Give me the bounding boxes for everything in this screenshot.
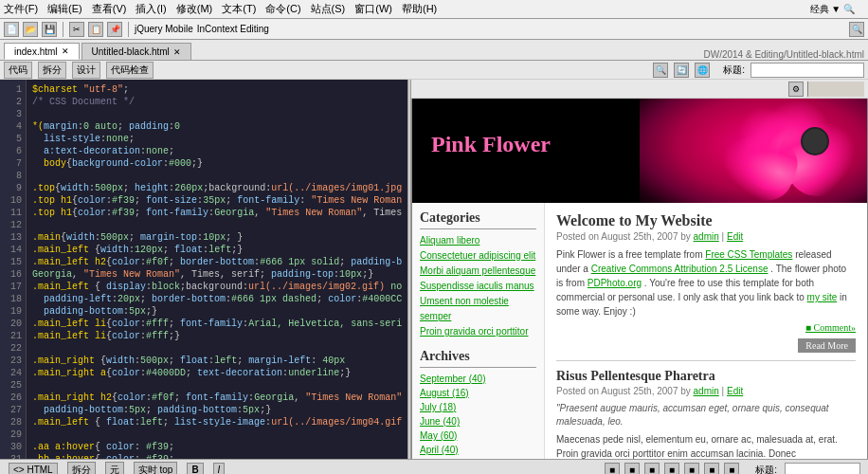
code-panel: 12345 678910 1112131415 1617181920 21222… (0, 80, 407, 459)
align-btn-3[interactable]: ■ (644, 463, 660, 474)
title-status-input[interactable] (785, 463, 860, 475)
design-view-btn[interactable]: 设计 (72, 62, 100, 79)
line-numbers: 12345 678910 1112131415 1617181920 21222… (0, 80, 27, 459)
meta-btn[interactable]: 元 (105, 462, 124, 475)
new-file-icon[interactable]: 📄 (4, 22, 19, 37)
second-post-meta: Posted on August 25th, 2007 by admin | E… (556, 386, 856, 396)
cat-link-4[interactable]: Suspendisse iaculis manus (420, 279, 536, 294)
preview-panel: ⚙ Pink Flo (411, 80, 868, 459)
menu-item-window[interactable]: 窗口(W) (354, 2, 392, 16)
align-btn-7[interactable]: ■ (724, 463, 739, 474)
post-date-text: Posted on August 25th, 2007 by (556, 231, 691, 242)
quote-text: "Praesent augue mauris, accumsan eget, o… (556, 402, 856, 428)
site-header: Pink Flower (412, 99, 867, 203)
cat-link-2[interactable]: Consectetuer adipiscing elit (420, 248, 536, 264)
archives-section: Archives September (40) August (16) July… (420, 349, 536, 457)
post-title: Welcome to My Website (556, 212, 856, 229)
menu-item-view[interactable]: 查看(V) (92, 2, 127, 16)
cc-license-link[interactable]: Creative Commons Attribution 2.5 License (591, 264, 769, 274)
title-status-label: 标题: (755, 464, 777, 475)
code-text[interactable]: $charset "utf-8"; /* CSS Document */ *(m… (27, 80, 407, 459)
tab-index-html[interactable]: index.html ✕ (4, 43, 80, 60)
title-label: 标题: (723, 64, 745, 77)
menu-item-command[interactable]: 命令(C) (265, 2, 300, 16)
save-icon[interactable]: 💾 (42, 22, 57, 37)
my-site-link[interactable]: my site (807, 292, 838, 302)
cat-link-1[interactable]: Aliquam libero (420, 233, 536, 248)
zoom-icon[interactable]: 🔍 (849, 22, 864, 37)
view-toolbar: 代码 拆分 设计 代码检查 🔍 🔄 🌐 标题: (0, 61, 868, 80)
preview-scrollbar[interactable] (807, 82, 864, 97)
menu-item-modify[interactable]: 修改(M) (176, 2, 213, 16)
menu-item-text[interactable]: 文本(T) (222, 2, 256, 16)
menu-item-help[interactable]: 帮助(H) (402, 2, 437, 16)
html-tag-btn[interactable]: <> HTML (9, 463, 58, 474)
menu-item-file[interactable]: 文件(F) (4, 2, 38, 16)
preview-content: Pink Flower Categories Aliquam libero Co… (411, 99, 868, 459)
inspect-icon[interactable]: 🔍 (653, 63, 668, 78)
tab-untitled[interactable]: Untitled-black.html ✕ (81, 43, 191, 60)
settings-icon[interactable]: ⚙ (788, 82, 804, 97)
main-layout: 12345 678910 1112131415 1617181920 21222… (0, 80, 868, 459)
site-body: Categories Aliquam libero Consectetuer a… (412, 203, 867, 459)
preview-toolbar: ⚙ (411, 80, 868, 99)
code-view-btn[interactable]: 代码 (4, 62, 32, 79)
cat-link-5[interactable]: Umsent non molestie semper (420, 294, 536, 324)
menu-item-insert[interactable]: 插入(I) (136, 2, 166, 16)
menu-item-edit[interactable]: 编辑(E) (47, 2, 82, 16)
second-author-link[interactable]: admin (694, 386, 719, 396)
archive-may[interactable]: May (60) (420, 428, 536, 443)
align-btn-1[interactable]: ■ (605, 463, 620, 474)
archive-august[interactable]: August (16) (420, 386, 536, 400)
post-body: Pink Flower is a free template from Free… (556, 247, 856, 319)
status-bar: <> HTML 拆分 元 实时 top B I ■ ■ ■ ■ ■ ■ ■ 标题… (0, 459, 868, 474)
align-btn-5[interactable]: ■ (684, 463, 699, 474)
window-controls[interactable]: 经典 ▼ 🔍 (810, 3, 855, 16)
tab-index-label: index.html (14, 46, 58, 57)
live-top-btn[interactable]: 实时 top (134, 462, 178, 475)
flower-area (640, 99, 867, 203)
pdphoto-link[interactable]: PDPhoto.org (588, 278, 642, 288)
second-edit-link[interactable]: Edit (727, 386, 743, 396)
comment-link[interactable]: ■ Comment» (556, 322, 856, 333)
tab-close-icon[interactable]: ✕ (62, 46, 69, 56)
post-author-link[interactable]: admin (694, 231, 719, 242)
refresh-icon[interactable]: 🔄 (674, 63, 689, 78)
archive-june[interactable]: June (40) (420, 414, 536, 428)
cat-link-6[interactable]: Proin gravida orci porttitor (420, 324, 536, 339)
open-file-icon[interactable]: 📂 (23, 22, 38, 37)
read-more-btn[interactable]: Read More (798, 338, 856, 353)
menu-bar: 文件(F) 编辑(E) 查看(V) 插入(I) 修改(M) 文本(T) 命令(C… (0, 0, 868, 19)
website-preview: Pink Flower Categories Aliquam libero Co… (412, 99, 867, 459)
post-edit-link[interactable]: Edit (727, 231, 743, 242)
tab-untitled-close-icon[interactable]: ✕ (173, 47, 181, 57)
bold-btn[interactable]: B (187, 463, 203, 474)
css-templates-link[interactable]: Free CSS Templates (705, 249, 792, 260)
archive-april[interactable]: April (40) (420, 443, 536, 457)
paste-icon[interactable]: 📌 (107, 22, 122, 37)
code-editor[interactable]: 12345 678910 1112131415 1617181920 21222… (0, 80, 407, 459)
align-btn-6[interactable]: ■ (704, 463, 719, 474)
second-post-body: Maecenas pede nisl, elementum eu, ornare… (556, 432, 856, 459)
format-controls: ■ ■ ■ ■ ■ ■ ■ (604, 463, 740, 474)
align-btn-4[interactable]: ■ (664, 463, 679, 474)
archive-july[interactable]: July (18) (420, 400, 536, 414)
site-sidebar: Categories Aliquam libero Consectetuer a… (412, 203, 545, 459)
split-btn[interactable]: 拆分 (67, 462, 96, 475)
italic-btn[interactable]: I (213, 463, 226, 474)
menu-item-site[interactable]: 站点(S) (311, 2, 346, 16)
tab-untitled-label: Untitled-black.html (92, 46, 170, 57)
jquery-mobile-label: jQuery Mobile (135, 24, 193, 34)
tab-bar: index.html ✕ Untitled-black.html ✕ DW/20… (0, 40, 868, 61)
cat-link-3[interactable]: Morbi aliquam pellentesque (420, 264, 536, 279)
split-view-btn[interactable]: 拆分 (38, 62, 66, 79)
file-path: DW/2014 & Editing/Untitled-black.html (703, 49, 864, 60)
title-input[interactable] (750, 63, 864, 78)
copy-icon[interactable]: 📋 (88, 22, 103, 37)
archive-september[interactable]: September (40) (420, 372, 536, 386)
cut-icon[interactable]: ✂ (69, 22, 84, 37)
align-btn-2[interactable]: ■ (624, 463, 640, 474)
inspect-view-btn[interactable]: 代码检查 (106, 62, 154, 79)
post-meta: Posted on August 25th, 2007 by admin | E… (556, 231, 856, 242)
browser-icon[interactable]: 🌐 (695, 63, 710, 78)
